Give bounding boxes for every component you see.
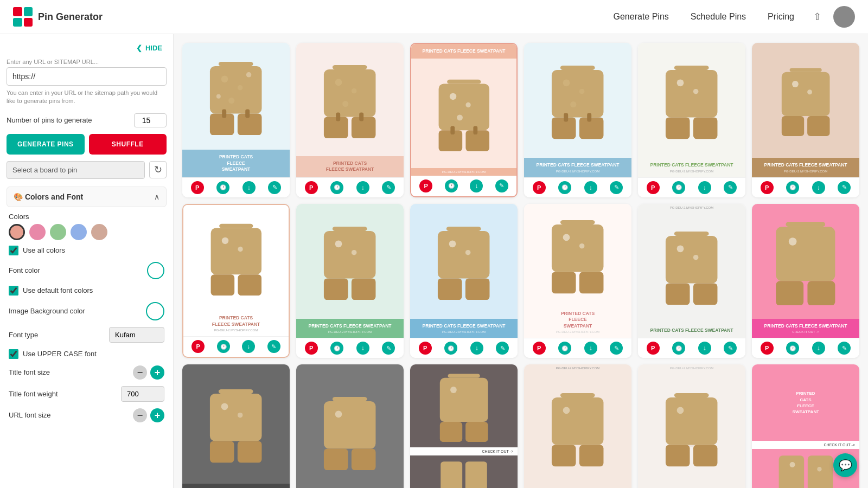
svg-rect-74 xyxy=(674,232,709,236)
avatar[interactable] xyxy=(833,6,855,28)
edit-btn-11[interactable]: ✎ xyxy=(724,342,737,355)
schedule-btn-5[interactable]: 🕐 xyxy=(672,181,685,194)
svg-rect-63 xyxy=(438,231,490,279)
pinterest-btn-11[interactable]: P xyxy=(647,342,660,355)
edit-btn-3[interactable]: ✎ xyxy=(495,179,508,192)
color-swatch-3[interactable] xyxy=(50,224,66,240)
svg-rect-114 xyxy=(807,456,833,488)
svg-rect-91 xyxy=(333,397,367,401)
schedule-btn-6[interactable]: 🕐 xyxy=(786,181,799,194)
pinterest-btn-9[interactable]: P xyxy=(419,342,432,355)
generate-pins-button[interactable]: GENERATE PINS xyxy=(7,134,85,155)
pin-card: P 🕐 ↓ ✎ xyxy=(296,364,404,488)
pinterest-btn-4[interactable]: P xyxy=(533,181,546,194)
schedule-btn-1[interactable]: 🕐 xyxy=(216,181,229,194)
chat-bubble[interactable]: 💬 xyxy=(833,453,857,477)
schedule-btn-12[interactable]: 🕐 xyxy=(786,342,799,355)
schedule-btn-8[interactable]: 🕐 xyxy=(330,342,343,355)
color-swatch-2[interactable] xyxy=(29,224,46,240)
url-font-size-plus[interactable]: + xyxy=(150,408,164,422)
font-color-picker[interactable] xyxy=(147,262,164,279)
edit-btn-9[interactable]: ✎ xyxy=(496,342,509,355)
title-font-size-minus[interactable]: − xyxy=(133,365,147,380)
shuffle-button[interactable]: SHUFFLE xyxy=(89,134,167,155)
schedule-btn-7[interactable]: 🕐 xyxy=(217,340,230,353)
edit-btn-4[interactable]: ✎ xyxy=(610,181,623,194)
svg-point-59 xyxy=(352,250,357,255)
download-btn-8[interactable]: ↓ xyxy=(356,342,369,355)
download-btn-4[interactable]: ↓ xyxy=(584,181,597,194)
download-btn-9[interactable]: ↓ xyxy=(470,342,483,355)
edit-btn-2[interactable]: ✎ xyxy=(382,181,395,194)
pinterest-btn-12[interactable]: P xyxy=(761,342,774,355)
edit-btn-8[interactable]: ✎ xyxy=(382,342,395,355)
schedule-btn-3[interactable]: 🕐 xyxy=(445,179,458,192)
edit-btn-1[interactable]: ✎ xyxy=(268,181,281,194)
board-select[interactable]: Select a board to pin xyxy=(7,161,145,179)
num-pins-input[interactable] xyxy=(134,113,167,127)
download-btn-6[interactable]: ↓ xyxy=(812,181,825,194)
colors-font-section-header[interactable]: 🎨 Colors and Font ∧ xyxy=(7,187,167,207)
edit-btn-5[interactable]: ✎ xyxy=(724,181,737,194)
download-btn-1[interactable]: ↓ xyxy=(242,181,256,194)
svg-rect-75 xyxy=(666,236,718,284)
svg-rect-108 xyxy=(674,393,709,397)
svg-point-52 xyxy=(222,237,228,244)
svg-rect-67 xyxy=(465,278,490,300)
pin-card: PRINTED CATSFLEECE SWEATPANT PG-DEU-2.MY… xyxy=(182,204,290,358)
url-input[interactable] xyxy=(7,67,167,86)
svg-rect-42 xyxy=(666,118,690,139)
schedule-btn-10[interactable]: 🕐 xyxy=(558,342,571,355)
edit-btn-7[interactable]: ✎ xyxy=(267,340,280,353)
download-btn-7[interactable]: ↓ xyxy=(242,340,255,353)
colors-label: Colors xyxy=(9,213,164,221)
pinterest-btn-2[interactable]: P xyxy=(305,181,318,194)
schedule-btn-11[interactable]: 🕐 xyxy=(672,342,685,355)
edit-btn-12[interactable]: ✎ xyxy=(838,342,851,355)
pinterest-btn-8[interactable]: P xyxy=(305,342,318,355)
pinterest-btn-7[interactable]: P xyxy=(192,340,205,353)
pinterest-btn-6[interactable]: P xyxy=(761,181,774,194)
svg-rect-37 xyxy=(588,113,592,122)
use-all-colors-checkbox[interactable] xyxy=(9,246,18,255)
nav-schedule-pins[interactable]: Schedule Pins xyxy=(691,12,746,22)
use-default-font-colors-checkbox[interactable] xyxy=(9,286,18,296)
pinterest-btn-5[interactable]: P xyxy=(647,181,660,194)
download-btn-11[interactable]: ↓ xyxy=(698,342,711,355)
pinterest-btn-1[interactable]: P xyxy=(191,181,204,194)
title-font-size-plus[interactable]: + xyxy=(150,365,164,380)
svg-point-76 xyxy=(677,245,684,252)
pinterest-btn-3[interactable]: P xyxy=(419,179,432,192)
download-btn-3[interactable]: ↓ xyxy=(470,179,483,192)
nav-pricing[interactable]: Pricing xyxy=(768,12,794,22)
edit-btn-10[interactable]: ✎ xyxy=(610,342,623,355)
color-swatch-1[interactable] xyxy=(9,224,25,240)
schedule-btn-9[interactable]: 🕐 xyxy=(444,342,457,355)
download-btn-10[interactable]: ↓ xyxy=(584,342,597,355)
pin-card: PRINTED CATS FLEECE SWEATPANT P 🕐 ↓ ✎ xyxy=(182,364,290,488)
use-upper-case-checkbox[interactable] xyxy=(9,349,18,359)
svg-rect-100 xyxy=(465,422,488,442)
color-swatch-4[interactable] xyxy=(71,224,87,240)
font-type-select[interactable]: Kufam Roboto Open Sans Lato xyxy=(109,327,164,343)
color-swatch-5[interactable] xyxy=(91,224,107,240)
pinterest-btn-10[interactable]: P xyxy=(533,342,546,355)
schedule-btn-4[interactable]: 🕐 xyxy=(558,181,571,194)
schedule-btn-2[interactable]: 🕐 xyxy=(330,181,343,194)
svg-rect-0 xyxy=(219,62,253,66)
nav-generate-pins[interactable]: Generate Pins xyxy=(614,12,669,22)
svg-rect-36 xyxy=(564,113,569,122)
img-bg-color-picker[interactable] xyxy=(146,302,164,320)
use-upper-case-row: Use UPPER CASE font xyxy=(9,349,164,359)
hide-button[interactable]: ❮ HIDE xyxy=(132,42,167,54)
share-button[interactable]: ⇧ xyxy=(807,7,827,27)
edit-btn-6[interactable]: ✎ xyxy=(838,181,851,194)
svg-rect-109 xyxy=(666,397,718,445)
url-font-size-minus[interactable]: − xyxy=(133,408,147,422)
svg-rect-50 xyxy=(219,224,253,228)
download-btn-5[interactable]: ↓ xyxy=(698,181,711,194)
download-btn-12[interactable]: ↓ xyxy=(812,342,825,355)
refresh-board-button[interactable]: ↻ xyxy=(149,161,167,178)
download-btn-2[interactable]: ↓ xyxy=(356,181,369,194)
title-font-weight-select[interactable]: 400 500 600 700 800 xyxy=(121,386,164,402)
